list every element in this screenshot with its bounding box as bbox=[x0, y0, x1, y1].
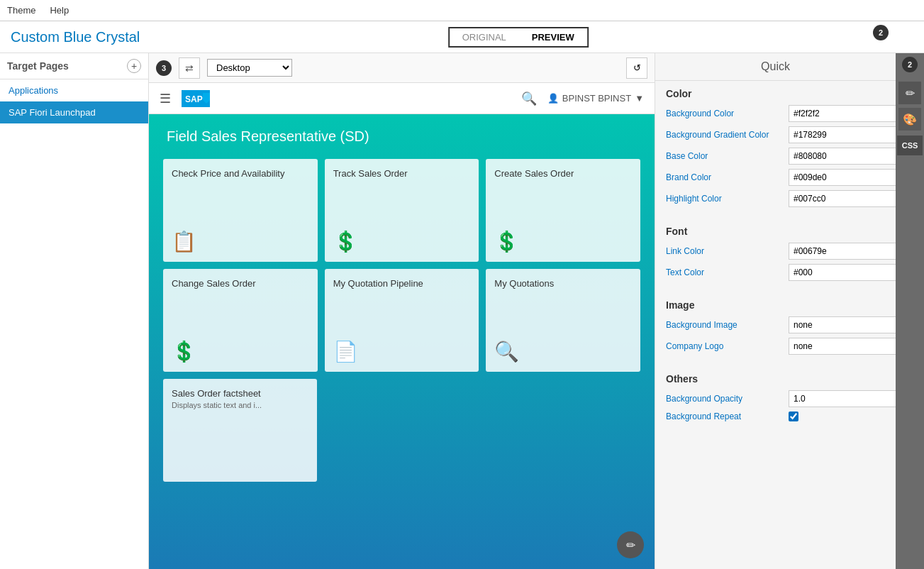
fiori-content: Field Sales Representative (SD) Check Pr… bbox=[149, 114, 655, 496]
highlight-color-label[interactable]: Highlight Color bbox=[666, 194, 783, 204]
image-section-title: Image bbox=[666, 299, 885, 311]
tile-icon-1: 💲 bbox=[333, 230, 471, 253]
right-toolbar: 2 ✏ 🎨 CSS bbox=[896, 53, 924, 569]
link-color-input[interactable] bbox=[789, 243, 896, 260]
bg-color-input[interactable] bbox=[789, 105, 896, 122]
badge-2: 2 bbox=[873, 25, 889, 40]
brand-color-label[interactable]: Brand Color bbox=[666, 172, 783, 182]
bg-color-label[interactable]: Background Color bbox=[666, 109, 783, 118]
link-color-row: Link Color bbox=[666, 243, 885, 260]
bg-opacity-row: Background Opacity bbox=[666, 390, 885, 407]
brand-color-input[interactable] bbox=[789, 169, 896, 186]
css-tool-button[interactable]: CSS bbox=[897, 136, 923, 155]
link-color-label[interactable]: Link Color bbox=[666, 246, 783, 256]
highlight-color-row: Highlight Color bbox=[666, 190, 885, 207]
base-color-label[interactable]: Base Color bbox=[666, 151, 783, 161]
bg-image-input[interactable] bbox=[789, 316, 896, 333]
preview-button[interactable]: PREVIEW bbox=[519, 28, 587, 46]
tile-grid-row2: Change Sales Order 💲 My Quotation Pipeli… bbox=[163, 269, 640, 372]
canvas-area: 3 ⇄ Desktop Tablet Mobile ↺ ☰ SAP bbox=[149, 53, 655, 569]
menu-help[interactable]: Help bbox=[50, 5, 69, 16]
badge-1: 2 bbox=[902, 57, 918, 72]
sap-user-menu[interactable]: 👤 BPINST BPINST ▼ bbox=[547, 93, 644, 104]
layout-icon-btn[interactable]: ⇄ bbox=[179, 57, 200, 79]
tile-my-quotations[interactable]: My Quotations 🔍 bbox=[486, 269, 640, 372]
badge-3: 3 bbox=[156, 60, 172, 76]
tile-icon-2: 💲 bbox=[494, 230, 632, 253]
tile-icon-5: 🔍 bbox=[494, 340, 632, 363]
device-select[interactable]: Desktop Tablet Mobile bbox=[207, 59, 292, 77]
font-section: Font Link Color Text Color bbox=[655, 219, 896, 292]
bg-gradient-input[interactable] bbox=[789, 126, 896, 143]
text-color-input[interactable] bbox=[789, 264, 896, 281]
fiori-page-title: Field Sales Representative (SD) bbox=[163, 128, 640, 145]
others-section: Others Background Opacity Background Rep… bbox=[655, 366, 896, 433]
menu-theme[interactable]: Theme bbox=[7, 5, 35, 16]
refresh-button[interactable]: ↺ bbox=[626, 57, 647, 79]
base-color-row: Base Color bbox=[666, 148, 885, 165]
left-sidebar: Target Pages + Applications SAP Fiori La… bbox=[0, 53, 149, 569]
others-section-title: Others bbox=[666, 373, 885, 385]
bg-repeat-label[interactable]: Background Repeat bbox=[666, 411, 783, 421]
font-section-title: Font bbox=[666, 226, 885, 237]
tile-change-sales[interactable]: Change Sales Order 💲 bbox=[163, 269, 318, 372]
sap-logo: SAP bbox=[182, 90, 210, 107]
bg-repeat-row: Background Repeat bbox=[666, 411, 885, 421]
palette-tool-button[interactable]: 🎨 bbox=[898, 108, 921, 131]
original-button[interactable]: ORIGINAL bbox=[450, 28, 519, 46]
tile-create-sales[interactable]: Create Sales Order 💲 bbox=[486, 159, 640, 262]
tile-check-price[interactable]: Check Price and Availability 📋 bbox=[163, 159, 318, 262]
tile-icon-4: 📄 bbox=[333, 340, 471, 363]
right-panel: Quick Color Background Color Background … bbox=[655, 53, 896, 569]
image-section: Image Background Image Company Logo bbox=[655, 292, 896, 366]
sap-header-bar: ☰ SAP 🔍 👤 BPINST BPINST ▼ bbox=[149, 83, 655, 114]
svg-text:SAP: SAP bbox=[185, 94, 203, 104]
bg-opacity-input[interactable] bbox=[789, 390, 896, 407]
sidebar-title: Target Pages bbox=[7, 60, 69, 72]
hamburger-icon[interactable]: ☰ bbox=[160, 91, 171, 106]
bg-gradient-row: Background Gradient Color bbox=[666, 126, 885, 143]
brand-color-row: Brand Color bbox=[666, 169, 885, 186]
tile-icon-3: 💲 bbox=[172, 340, 309, 363]
main-layout: Target Pages + Applications SAP Fiori La… bbox=[0, 53, 924, 569]
fiori-preview: ☰ SAP 🔍 👤 BPINST BPINST ▼ bbox=[149, 83, 655, 569]
tile-icon-0: 📋 bbox=[172, 230, 309, 253]
bg-image-label[interactable]: Background Image bbox=[666, 320, 783, 330]
bg-repeat-checkbox[interactable] bbox=[789, 411, 798, 421]
tile-factsheet[interactable]: Sales Order factsheet Displays static te… bbox=[163, 379, 317, 482]
color-section: Color Background Color Background Gradie… bbox=[655, 81, 896, 219]
app-title: Custom Blue Crystal bbox=[11, 29, 140, 45]
tile-quotation-pipeline[interactable]: My Quotation Pipeline 📄 bbox=[325, 269, 479, 372]
header: Custom Blue Crystal ORIGINAL PREVIEW 2 bbox=[0, 21, 924, 53]
sidebar-item-applications[interactable]: Applications bbox=[0, 79, 148, 101]
sidebar-header: Target Pages + bbox=[0, 53, 148, 79]
company-logo-input[interactable] bbox=[789, 338, 896, 355]
canvas-toolbar: 3 ⇄ Desktop Tablet Mobile ↺ bbox=[149, 53, 655, 83]
edit-fab-button[interactable]: ✏ bbox=[617, 531, 644, 558]
highlight-color-input[interactable] bbox=[789, 190, 896, 207]
preview-toggle: ORIGINAL PREVIEW bbox=[448, 27, 589, 48]
text-color-row: Text Color bbox=[666, 264, 885, 281]
sidebar-item-launchpad[interactable]: SAP Fiori Launchpad bbox=[0, 101, 148, 123]
menu-bar: Theme Help bbox=[0, 0, 924, 21]
company-logo-label[interactable]: Company Logo bbox=[666, 341, 783, 351]
bg-gradient-label[interactable]: Background Gradient Color bbox=[666, 130, 783, 140]
bg-opacity-label[interactable]: Background Opacity bbox=[666, 394, 783, 404]
sap-search-icon[interactable]: 🔍 bbox=[521, 91, 537, 106]
sidebar-add-button[interactable]: + bbox=[127, 59, 141, 73]
bg-color-row: Background Color bbox=[666, 105, 885, 122]
color-section-title: Color bbox=[666, 88, 885, 99]
tile-track-sales[interactable]: Track Sales Order 💲 bbox=[325, 159, 479, 262]
text-color-label[interactable]: Text Color bbox=[666, 267, 783, 277]
pencil-tool-button[interactable]: ✏ bbox=[898, 82, 921, 104]
company-logo-row: Company Logo bbox=[666, 338, 885, 355]
base-color-input[interactable] bbox=[789, 148, 896, 165]
tile-grid-row1: Check Price and Availability 📋 Track Sal… bbox=[163, 159, 640, 262]
quick-panel-title: Quick bbox=[655, 53, 896, 81]
bg-image-row: Background Image bbox=[666, 316, 885, 333]
